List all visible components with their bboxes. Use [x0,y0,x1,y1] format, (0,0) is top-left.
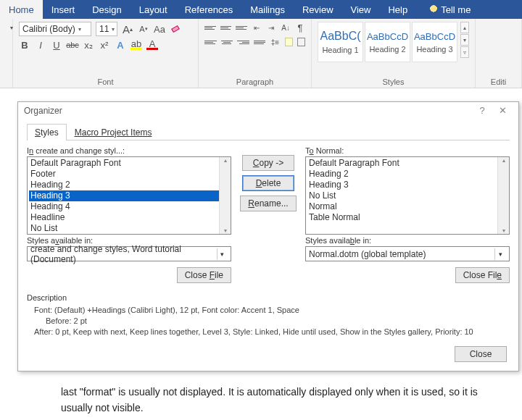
superscript-icon[interactable]: x² [99,39,110,51]
description-line3: After: 0 pt, Keep with next, Keep lines … [34,327,507,337]
align-right-icon[interactable] [237,37,249,47]
borders-icon[interactable] [297,38,305,46]
align-left-icon[interactable] [204,37,217,47]
style-card-heading2[interactable]: AaBbCcD Heading 2 [365,22,410,62]
gallery-up-icon[interactable]: ▴ [460,22,469,33]
style-name: Heading 3 [416,45,452,54]
multilevel-icon[interactable] [236,22,247,33]
list-item[interactable]: Default Paragraph Font [29,158,229,169]
chevron-down-icon: ▾ [494,248,506,260]
list-item[interactable]: No List [307,190,508,201]
justify-icon[interactable] [254,37,266,47]
subscript-icon[interactable]: x₂ [83,39,94,51]
italic-icon[interactable]: I [35,39,46,51]
left-listbox[interactable]: Default Paragraph Font Footer Heading 2 … [27,156,231,235]
scrollbar[interactable]: ▴▾ [219,157,231,234]
paragraph-group-label: Paragraph [204,76,305,86]
style-sample: AaBbC( [320,30,360,43]
gallery-down-icon[interactable]: ▾ [460,34,469,46]
dialog-titlebar: Organizer ? ✕ [18,102,518,119]
list-item[interactable]: Headline [29,212,229,223]
styles-group-label: Styles [318,76,469,86]
list-item[interactable]: Heading 4 [29,201,229,212]
close-icon[interactable]: ✕ [492,105,513,116]
ribbon-tab-mailings[interactable]: Mailings [241,0,294,19]
close-file-left-button[interactable]: Close File [177,267,231,283]
ribbon-tab-insert[interactable]: Insert [43,0,84,19]
shrink-font-icon[interactable]: A▾ [138,23,149,35]
list-item[interactable]: Footer [29,169,229,180]
underline-icon[interactable]: U [51,39,62,51]
left-list-label: In create and change styl...: [27,146,231,155]
list-item[interactable]: Normal [29,234,229,235]
list-item[interactable]: Normal [307,201,508,212]
help-icon[interactable]: ? [472,105,492,116]
style-name: Heading 1 [322,46,358,54]
ribbon-tab-layout[interactable]: Layout [130,0,176,19]
change-case-icon[interactable]: Aa [154,23,165,35]
numbering-icon[interactable] [220,22,232,33]
ribbon-tab-home[interactable]: Home [0,0,43,19]
font-size-combo[interactable]: 11 ▾ [96,22,117,36]
list-item[interactable]: Default Paragraph Font [307,158,508,169]
font-name-combo[interactable]: Calibri (Body) ▾ [19,22,91,36]
list-item[interactable]: Heading 3 [307,180,508,190]
font-group: Calibri (Body) ▾ 11 ▾ A▴ A▾ Aa B I U abc… [13,19,199,88]
strikethrough-icon[interactable]: abc [67,39,78,51]
font-name-value: Calibri (Body) [22,24,75,34]
right-listbox[interactable]: Default Paragraph Font Heading 2 Heading… [305,156,510,235]
grow-font-icon[interactable]: A▴ [122,23,133,35]
list-item[interactable]: Table Normal [307,212,508,223]
scrollbar[interactable]: ▴▾ [497,157,509,234]
sort-icon[interactable]: A↓ [281,22,291,33]
line-spacing-icon[interactable]: ‡≡ [270,36,281,48]
right-avail-combo[interactable]: Normal.dotm (global template) ▾ [305,246,510,261]
highlight-icon[interactable]: ab [130,40,142,50]
right-listbox-inner: Default Paragraph Font Heading 2 Heading… [306,157,509,224]
tab-styles[interactable]: Styles [27,124,67,140]
align-center-icon[interactable] [221,37,233,47]
shading-icon[interactable] [285,38,293,46]
description-line2: Before: 2 pt [34,316,507,327]
list-item[interactable]: No List [29,223,229,234]
ribbon-tab-help[interactable]: Help [379,0,416,19]
gallery-more-icon[interactable]: ▿ [460,46,469,58]
description-label: Description [27,293,510,302]
paragraph-group: ⇤ ⇥ A↓ ¶ ‡≡ Paragraph [199,19,312,88]
show-marks-icon[interactable]: ¶ [295,22,305,33]
clipboard-label [6,85,7,86]
copy-button[interactable]: Copy -> [242,155,294,171]
list-item[interactable]: Heading 2 [29,180,229,190]
close-file-right-button[interactable]: Close File [455,267,510,283]
style-sample: AaBbCcD [414,31,455,42]
style-card-heading3[interactable]: AaBbCcD Heading 3 [412,22,457,62]
tellme-label: Tell me [441,4,471,15]
ribbon-tab-view[interactable]: View [342,0,380,19]
right-pane: To Normal: Default Paragraph Font Headin… [305,145,510,283]
clear-format-icon[interactable] [170,23,181,35]
text-effects-icon[interactable]: A [115,39,126,51]
ribbon-tab-design[interactable]: Design [83,0,130,19]
chevron-down-icon: ▾ [217,248,228,260]
chevron-down-icon: ▾ [78,26,81,33]
bold-icon[interactable]: B [19,39,30,51]
style-card-heading1[interactable]: AaBbC( Heading 1 [318,22,363,62]
close-button[interactable]: Close [455,346,507,362]
list-item-selected[interactable]: Heading 3 [29,190,229,201]
ribbon-tab-references[interactable]: References [176,0,241,19]
font-color-icon[interactable]: A [146,40,158,50]
tab-macro[interactable]: Macro Project Items [67,124,160,140]
inc-indent-icon[interactable]: ⇥ [266,22,276,33]
left-avail-combo[interactable]: create and change styles, Word tutorial … [27,246,231,261]
bullets-icon[interactable] [204,22,216,33]
ribbon-tab-review[interactable]: Review [294,0,342,19]
style-gallery-scroll: ▴ ▾ ▿ [460,22,469,62]
tab-macro-label: acro Project Items [82,127,152,138]
list-item[interactable]: Heading 2 [307,169,508,180]
dec-indent-icon[interactable]: ⇤ [252,22,262,33]
rename-button[interactable]: Rename... [240,196,296,211]
style-sample: AaBbCcD [367,31,408,42]
ribbon-tellme[interactable]: Tell me [420,0,479,19]
delete-button[interactable]: Delete [242,175,294,191]
right-list-label: To Normal: [305,146,510,155]
